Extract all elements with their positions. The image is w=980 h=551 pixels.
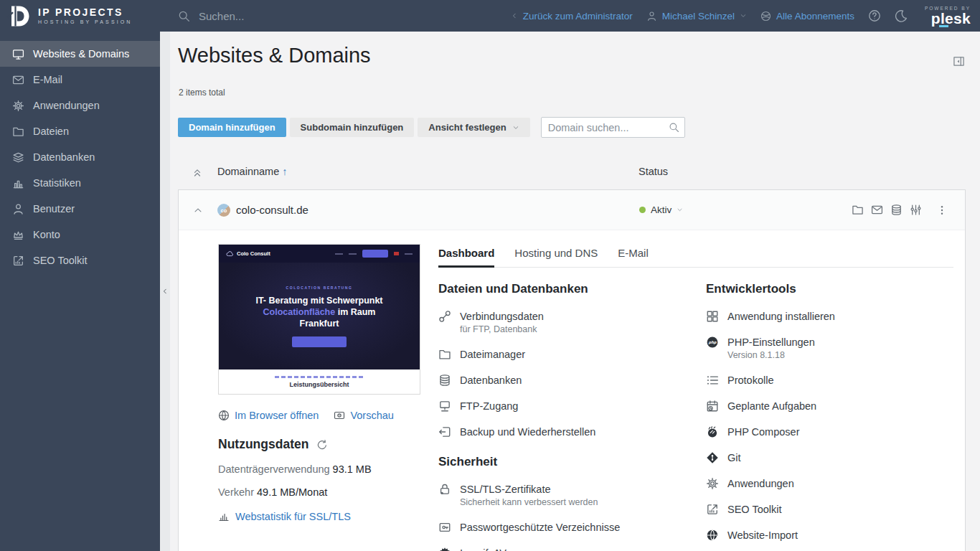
tool-php-composer[interactable]: PHP Composer <box>706 419 953 445</box>
tool-backup-restore[interactable]: Backup und Wiederherstellen <box>438 419 689 445</box>
refresh-icon[interactable] <box>316 439 328 451</box>
more-actions-button[interactable] <box>936 204 948 217</box>
sidebar-item-users[interactable]: Benutzer <box>0 196 160 222</box>
ip-projects-logo[interactable]: IP PROJECTS HOSTING BY PASSION <box>0 0 160 32</box>
tool-file-manager[interactable]: Dateimanager <box>438 342 689 367</box>
column-devtools: Entwicklertools Anwendung installieren P… <box>706 273 953 548</box>
sidebar: Websites & Domains E-Mail Anwendungen Da… <box>0 32 160 551</box>
git-icon <box>706 451 719 464</box>
help-button[interactable] <box>868 9 881 22</box>
plug-icon <box>438 310 451 323</box>
all-subscriptions-link[interactable]: Alle Abonnements <box>760 11 854 22</box>
tab-email[interactable]: E-Mail <box>618 247 649 268</box>
website-preview-thumbnail[interactable]: Colo Consult COLOCATION BERATUNG IT- Ber… <box>218 244 420 395</box>
tool-protected-directories[interactable]: Passwortgeschützte Verzeichnisse <box>438 514 689 540</box>
tab-dashboard[interactable]: Dashboard <box>438 247 494 268</box>
main-content: Websites & Domains 2 items total Domain … <box>170 32 980 551</box>
user-menu[interactable]: Michael Schinzel <box>646 11 747 22</box>
mail-icon[interactable] <box>871 204 883 216</box>
column-files-security: Dateien und Datenbanken Verbindungsdaten… <box>438 273 689 551</box>
sidebar-item-label: Websites & Domains <box>33 48 129 60</box>
table-header: Domainname↑ Status <box>178 159 966 188</box>
all-subscriptions-label: Alle Abonnements <box>776 11 854 22</box>
globe-icon <box>760 11 771 22</box>
tool-install-application[interactable]: Anwendung installieren <box>706 303 953 329</box>
sidebar-item-websites-domains[interactable]: Websites & Domains <box>0 41 160 67</box>
tool-applications[interactable]: Anwendungen <box>706 471 953 496</box>
sidebar-item-files[interactable]: Dateien <box>0 118 160 144</box>
sort-asc-arrow: ↑ <box>282 166 287 177</box>
layers-icon <box>12 151 24 164</box>
collapse-panel-button[interactable] <box>953 55 965 67</box>
preview-footer-tagline <box>275 376 364 378</box>
topbar-right: Zurück zum Administrator Michael Schinze… <box>511 6 980 26</box>
sidebar-item-seo-toolkit[interactable]: SEO Toolkit <box>0 248 160 273</box>
collapse-row-button[interactable] <box>193 205 203 215</box>
php-icon <box>706 336 719 349</box>
website-import-icon <box>706 529 719 542</box>
tool-imunifyav[interactable]: ImunifyAV <box>438 540 689 551</box>
tool-git[interactable]: Git <box>706 445 953 471</box>
preview-brand: Colo Consult <box>237 250 270 257</box>
sidebar-item-statistics[interactable]: Statistiken <box>0 170 160 196</box>
domain-name-link[interactable]: colo-consult.de <box>236 204 308 216</box>
database-icon[interactable] <box>890 204 903 216</box>
section-title: Sicherheit <box>438 455 689 469</box>
sidebar-item-label: Statistiken <box>33 177 81 189</box>
plesk-logo[interactable]: POWERED BY plesk <box>925 6 971 26</box>
column-header-domainname[interactable]: Domainname↑ <box>217 166 288 177</box>
crown-icon <box>12 229 24 241</box>
status-label: Aktiv <box>651 204 672 215</box>
brand-subtitle: HOSTING BY PASSION <box>38 19 132 24</box>
add-subdomain-button[interactable]: Subdomain hinzufügen <box>290 118 415 137</box>
eye-icon <box>334 410 345 421</box>
open-in-browser-link[interactable]: Im Browser öffnen <box>218 410 319 421</box>
section-title: Dateien und Datenbanken <box>438 282 689 296</box>
collapse-all-button[interactable] <box>192 167 203 179</box>
sidebar-item-account[interactable]: Konto <box>0 222 160 248</box>
chevron-left-icon <box>161 288 169 295</box>
sidebar-collapse-handle[interactable] <box>160 32 170 551</box>
search-icon[interactable] <box>669 122 679 133</box>
sidebar-item-email[interactable]: E-Mail <box>0 67 160 93</box>
sidebar-item-databases[interactable]: Datenbanken <box>0 144 160 170</box>
tab-hosting-dns[interactable]: Hosting und DNS <box>514 247 598 268</box>
set-view-button[interactable]: Ansicht festlegen <box>418 118 529 137</box>
domain-status-dropdown[interactable]: Aktiv <box>639 204 683 215</box>
tool-seo-toolkit[interactable]: SEO Toolkit <box>706 496 953 522</box>
sidebar-item-label: Dateien <box>33 126 69 137</box>
back-to-administrator-link[interactable]: Zurück zum Administrator <box>511 11 633 22</box>
preview-link[interactable]: Vorschau <box>334 410 393 421</box>
monitor-icon <box>12 48 24 60</box>
settings-sliders-icon[interactable] <box>910 204 922 216</box>
back-to-administrator-label: Zurück zum Administrator <box>523 11 633 22</box>
browser-globe-icon <box>218 410 230 421</box>
webstatistics-link[interactable]: Webstatistik für SSL/TLS <box>218 511 420 522</box>
preview-hero: COLOCATION BERATUNG IT- Beratung mit Sch… <box>219 263 420 369</box>
tool-databases[interactable]: Datenbanken <box>438 367 689 393</box>
chart-icon <box>218 511 230 522</box>
search-icon <box>178 10 190 22</box>
page-title: Websites & Domains <box>178 44 371 67</box>
brand-title: IP PROJECTS <box>38 7 132 17</box>
sidebar-item-applications[interactable]: Anwendungen <box>0 93 160 118</box>
dark-mode-toggle[interactable] <box>895 9 908 22</box>
domain-search-input[interactable] <box>541 117 685 138</box>
chevron-down-icon <box>512 124 519 131</box>
domain-preview-column: Colo Consult COLOCATION BERATUNG IT- Ber… <box>218 244 420 522</box>
domain-favicon: co <box>217 204 230 217</box>
moon-icon <box>895 9 908 22</box>
tool-scheduled-tasks[interactable]: Geplante Aufgaben <box>706 393 953 419</box>
question-icon <box>868 9 881 22</box>
tool-logs[interactable]: Protokolle <box>706 367 953 393</box>
add-domain-button[interactable]: Domain hinzufügen <box>178 118 286 137</box>
tool-website-import[interactable]: Website-Import <box>706 522 953 548</box>
sidebar-item-label: Konto <box>33 229 60 240</box>
tool-ftp-access[interactable]: FTP-Zugang <box>438 393 689 419</box>
usage-data-title: Nutzungsdaten <box>218 437 420 452</box>
traffic-usage: Verkehr 49.1 MB/Monat <box>218 486 420 498</box>
preview-tagline: COLOCATION BERATUNG <box>286 286 353 290</box>
global-search-input[interactable] <box>197 9 362 23</box>
preview-nav-items <box>335 250 413 258</box>
files-icon[interactable] <box>852 204 864 216</box>
